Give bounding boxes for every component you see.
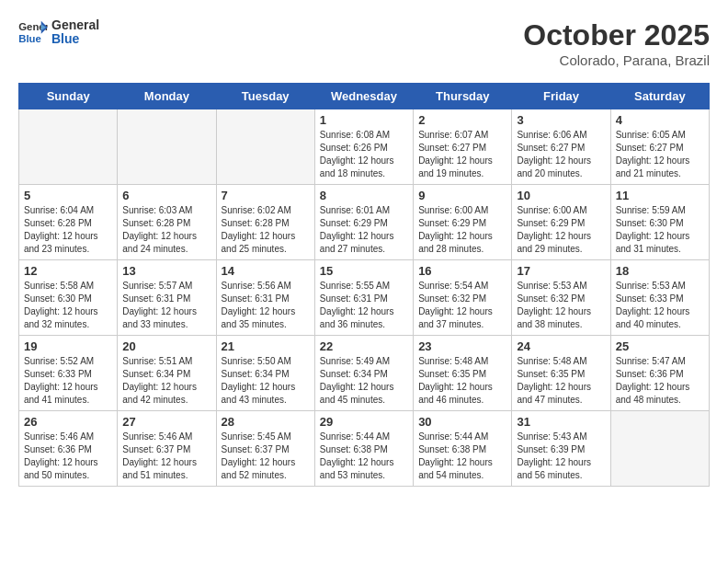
- cell-info: Sunrise: 5:48 AMSunset: 6:35 PMDaylight:…: [517, 355, 605, 407]
- day-number: 6: [122, 189, 210, 202]
- day-number: 9: [418, 189, 506, 202]
- calendar-cell: 21Sunrise: 5:50 AMSunset: 6:34 PMDayligh…: [216, 336, 314, 411]
- cell-info: Sunrise: 5:54 AMSunset: 6:32 PMDaylight:…: [418, 280, 506, 331]
- logo-icon: General Blue: [18, 19, 48, 45]
- week-row-1: 5Sunrise: 6:04 AMSunset: 6:28 PMDaylight…: [19, 185, 710, 260]
- location: Colorado, Parana, Brazil: [523, 52, 710, 68]
- calendar-cell: 3Sunrise: 6:06 AMSunset: 6:27 PMDaylight…: [512, 109, 610, 185]
- cell-info: Sunrise: 5:45 AMSunset: 6:37 PMDaylight:…: [222, 431, 310, 482]
- calendar-cell: 6Sunrise: 6:03 AMSunset: 6:28 PMDaylight…: [118, 185, 216, 260]
- day-header-saturday: Saturday: [610, 84, 709, 109]
- cell-info: Sunrise: 5:52 AMSunset: 6:33 PMDaylight:…: [24, 355, 112, 407]
- day-number: 27: [122, 415, 210, 429]
- day-number: 30: [418, 415, 506, 429]
- day-header-row: SundayMondayTuesdayWednesdayThursdayFrid…: [19, 84, 710, 109]
- svg-text:Blue: Blue: [18, 33, 41, 44]
- calendar-cell: 18Sunrise: 5:53 AMSunset: 6:33 PMDayligh…: [610, 260, 709, 336]
- day-number: 5: [24, 189, 112, 202]
- day-header-sunday: Sunday: [19, 84, 118, 109]
- day-number: 4: [616, 113, 704, 127]
- cell-info: Sunrise: 5:53 AMSunset: 6:32 PMDaylight:…: [517, 280, 605, 331]
- calendar-cell: [216, 109, 314, 185]
- calendar-cell: [610, 411, 709, 487]
- calendar-cell: 31Sunrise: 5:43 AMSunset: 6:39 PMDayligh…: [512, 411, 610, 487]
- calendar-cell: 17Sunrise: 5:53 AMSunset: 6:32 PMDayligh…: [512, 260, 610, 336]
- calendar-cell: 14Sunrise: 5:56 AMSunset: 6:31 PMDayligh…: [216, 260, 314, 336]
- cell-info: Sunrise: 5:55 AMSunset: 6:31 PMDaylight:…: [320, 280, 408, 331]
- day-number: 19: [24, 339, 112, 353]
- calendar-cell: 7Sunrise: 6:02 AMSunset: 6:28 PMDaylight…: [216, 185, 314, 260]
- day-number: 29: [320, 415, 408, 429]
- cell-info: Sunrise: 5:57 AMSunset: 6:31 PMDaylight:…: [122, 280, 210, 331]
- calendar-table: SundayMondayTuesdayWednesdayThursdayFrid…: [18, 83, 710, 487]
- day-number: 3: [517, 113, 605, 127]
- calendar-cell: 27Sunrise: 5:46 AMSunset: 6:37 PMDayligh…: [118, 411, 216, 487]
- cell-info: Sunrise: 6:01 AMSunset: 6:29 PMDaylight:…: [320, 204, 408, 256]
- calendar-cell: 4Sunrise: 6:05 AMSunset: 6:27 PMDaylight…: [610, 109, 709, 185]
- calendar-cell: 29Sunrise: 5:44 AMSunset: 6:38 PMDayligh…: [314, 411, 413, 487]
- day-number: 23: [418, 339, 506, 353]
- calendar-cell: [118, 109, 216, 185]
- cell-info: Sunrise: 6:06 AMSunset: 6:27 PMDaylight:…: [517, 129, 605, 180]
- cell-info: Sunrise: 6:02 AMSunset: 6:28 PMDaylight:…: [222, 204, 310, 256]
- calendar-cell: 28Sunrise: 5:45 AMSunset: 6:37 PMDayligh…: [216, 411, 314, 487]
- day-number: 11: [616, 189, 704, 202]
- cell-info: Sunrise: 6:07 AMSunset: 6:27 PMDaylight:…: [418, 129, 506, 180]
- logo-text-line1: General: [51, 18, 99, 32]
- month-title: October 2025: [523, 18, 710, 52]
- calendar-cell: 9Sunrise: 6:00 AMSunset: 6:29 PMDaylight…: [414, 185, 512, 260]
- week-row-2: 12Sunrise: 5:58 AMSunset: 6:30 PMDayligh…: [19, 260, 710, 336]
- calendar-cell: 30Sunrise: 5:44 AMSunset: 6:38 PMDayligh…: [414, 411, 512, 487]
- calendar-cell: 22Sunrise: 5:49 AMSunset: 6:34 PMDayligh…: [314, 336, 413, 411]
- cell-info: Sunrise: 6:00 AMSunset: 6:29 PMDaylight:…: [418, 204, 506, 256]
- day-number: 8: [320, 189, 408, 202]
- header: General Blue General Blue October 2025 C…: [18, 18, 710, 68]
- calendar-cell: 23Sunrise: 5:48 AMSunset: 6:35 PMDayligh…: [414, 336, 512, 411]
- day-number: 26: [24, 415, 112, 429]
- day-number: 7: [222, 189, 310, 202]
- day-number: 2: [418, 113, 506, 127]
- calendar-cell: 1Sunrise: 6:08 AMSunset: 6:26 PMDaylight…: [314, 109, 413, 185]
- week-row-0: 1Sunrise: 6:08 AMSunset: 6:26 PMDaylight…: [19, 109, 710, 185]
- day-header-friday: Friday: [512, 84, 610, 109]
- day-number: 17: [517, 264, 605, 278]
- calendar-cell: 5Sunrise: 6:04 AMSunset: 6:28 PMDaylight…: [19, 185, 118, 260]
- day-number: 16: [418, 264, 506, 278]
- day-number: 22: [320, 339, 408, 353]
- title-area: October 2025 Colorado, Parana, Brazil: [523, 18, 710, 68]
- cell-info: Sunrise: 5:46 AMSunset: 6:36 PMDaylight:…: [24, 431, 112, 482]
- cell-info: Sunrise: 5:56 AMSunset: 6:31 PMDaylight:…: [222, 280, 310, 331]
- day-number: 21: [222, 339, 310, 353]
- cell-info: Sunrise: 6:08 AMSunset: 6:26 PMDaylight:…: [320, 129, 408, 180]
- cell-info: Sunrise: 5:53 AMSunset: 6:33 PMDaylight:…: [616, 280, 704, 331]
- calendar-cell: 24Sunrise: 5:48 AMSunset: 6:35 PMDayligh…: [512, 336, 610, 411]
- cell-info: Sunrise: 6:00 AMSunset: 6:29 PMDaylight:…: [517, 204, 605, 256]
- day-number: 18: [616, 264, 704, 278]
- week-row-3: 19Sunrise: 5:52 AMSunset: 6:33 PMDayligh…: [19, 336, 710, 411]
- calendar-cell: [19, 109, 118, 185]
- calendar-cell: 2Sunrise: 6:07 AMSunset: 6:27 PMDaylight…: [414, 109, 512, 185]
- calendar-cell: 20Sunrise: 5:51 AMSunset: 6:34 PMDayligh…: [118, 336, 216, 411]
- cell-info: Sunrise: 5:44 AMSunset: 6:38 PMDaylight:…: [320, 431, 408, 482]
- week-row-4: 26Sunrise: 5:46 AMSunset: 6:36 PMDayligh…: [19, 411, 710, 487]
- calendar-cell: 11Sunrise: 5:59 AMSunset: 6:30 PMDayligh…: [610, 185, 709, 260]
- day-number: 15: [320, 264, 408, 278]
- calendar-cell: 8Sunrise: 6:01 AMSunset: 6:29 PMDaylight…: [314, 185, 413, 260]
- day-number: 12: [24, 264, 112, 278]
- day-number: 25: [616, 339, 704, 353]
- calendar-cell: 13Sunrise: 5:57 AMSunset: 6:31 PMDayligh…: [118, 260, 216, 336]
- cell-info: Sunrise: 5:59 AMSunset: 6:30 PMDaylight:…: [616, 204, 704, 256]
- cell-info: Sunrise: 5:48 AMSunset: 6:35 PMDaylight:…: [418, 355, 506, 407]
- day-number: 14: [222, 264, 310, 278]
- calendar-cell: 25Sunrise: 5:47 AMSunset: 6:36 PMDayligh…: [610, 336, 709, 411]
- calendar-cell: 15Sunrise: 5:55 AMSunset: 6:31 PMDayligh…: [314, 260, 413, 336]
- day-number: 13: [122, 264, 210, 278]
- calendar-cell: 12Sunrise: 5:58 AMSunset: 6:30 PMDayligh…: [19, 260, 118, 336]
- day-number: 24: [517, 339, 605, 353]
- logo: General Blue General Blue: [18, 18, 99, 47]
- cell-info: Sunrise: 5:44 AMSunset: 6:38 PMDaylight:…: [418, 431, 506, 482]
- day-header-monday: Monday: [118, 84, 216, 109]
- logo-text-line2: Blue: [51, 32, 99, 46]
- cell-info: Sunrise: 5:50 AMSunset: 6:34 PMDaylight:…: [222, 355, 310, 407]
- calendar-cell: 10Sunrise: 6:00 AMSunset: 6:29 PMDayligh…: [512, 185, 610, 260]
